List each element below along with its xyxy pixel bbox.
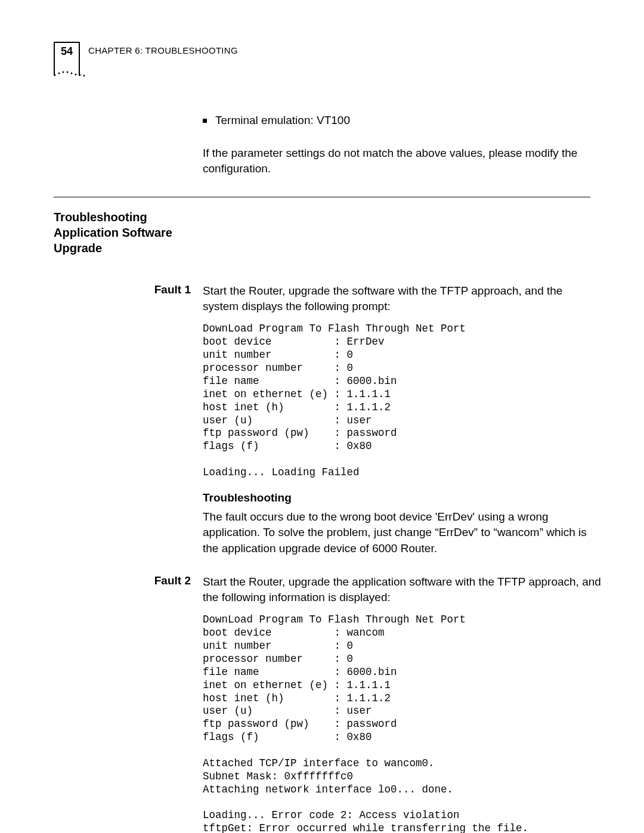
svg-point-6 [79,75,81,76]
svg-point-4 [71,73,73,75]
page-number: 54 [61,45,73,57]
bullet-item: Terminal emulation: VT100 [203,113,590,129]
svg-point-3 [67,72,69,73]
svg-point-0 [54,75,56,76]
fault-1-troubleshooting-text: The fault occurs due to the wrong boot d… [203,509,590,556]
fault-2-label: Fault 2 [54,574,203,833]
svg-point-5 [75,74,77,76]
section-divider [54,197,590,197]
chapter-header: CHAPTER 6: TROUBLESHOOTING [88,42,238,55]
bullet-text: Terminal emulation: VT100 [215,113,350,129]
fault-1-intro: Start the Router, upgrade the software w… [203,283,590,314]
fault-1-label: Fault 1 [54,283,203,556]
fault-1-terminal: DownLoad Program To Flash Through Net Po… [203,323,590,479]
fault-1: Fault 1 Start the Router, upgrade the so… [54,283,590,556]
fault-1-troubleshooting-heading: Troubleshooting [203,490,590,506]
fault-2-terminal: DownLoad Program To Flash Through Net Po… [203,614,603,833]
svg-point-1 [58,73,60,75]
decorative-dots-icon [52,69,88,77]
page: 54 CHAPTER 6: TROUBLESHOOTING Terminal e… [0,0,644,833]
svg-point-7 [83,75,85,77]
page-number-box: 54 [54,42,80,76]
config-note: If the parameter settings do not match t… [203,145,590,176]
bullet-icon [203,119,207,123]
svg-point-2 [63,72,64,73]
section-heading-row: Troubleshooting Application Software Upg… [54,209,590,256]
running-head: 54 CHAPTER 6: TROUBLESHOOTING [54,42,590,76]
fault-2-intro: Start the Router, upgrade the applicatio… [203,574,603,605]
section-heading: Troubleshooting Application Software Upg… [54,209,215,256]
fault-2: Fault 2 Start the Router, upgrade the ap… [54,574,590,833]
